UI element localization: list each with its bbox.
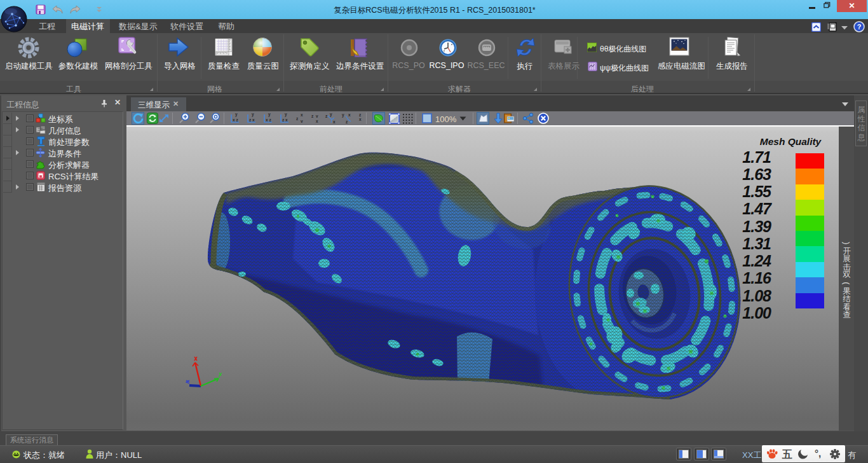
svg-text:y: y	[285, 112, 287, 117]
svg-text:z: z	[325, 114, 328, 118]
svg-text:z x: z x	[249, 118, 255, 122]
svg-text:x z: x z	[233, 118, 238, 122]
svg-text:y: y	[268, 112, 271, 117]
svg-text:x: x	[316, 119, 318, 123]
svg-text:v: v	[316, 114, 318, 118]
svg-text:?: ?	[857, 23, 862, 31]
svg-text:z x: z x	[282, 118, 288, 122]
svg-text:y: y	[342, 113, 344, 118]
svg-text:z: z	[346, 120, 348, 124]
svg-text:y: y	[252, 112, 254, 117]
svg-text:z: z	[296, 116, 299, 121]
svg-text:z: z	[311, 114, 314, 118]
svg-text:x: x	[301, 113, 303, 117]
svg-text:y: y	[330, 112, 332, 117]
svg-text:x: x	[333, 120, 336, 124]
svg-text:x: x	[348, 113, 351, 117]
svg-text:x z: x z	[266, 118, 271, 122]
svg-text:y: y	[235, 112, 238, 117]
svg-text:v: v	[301, 119, 303, 123]
